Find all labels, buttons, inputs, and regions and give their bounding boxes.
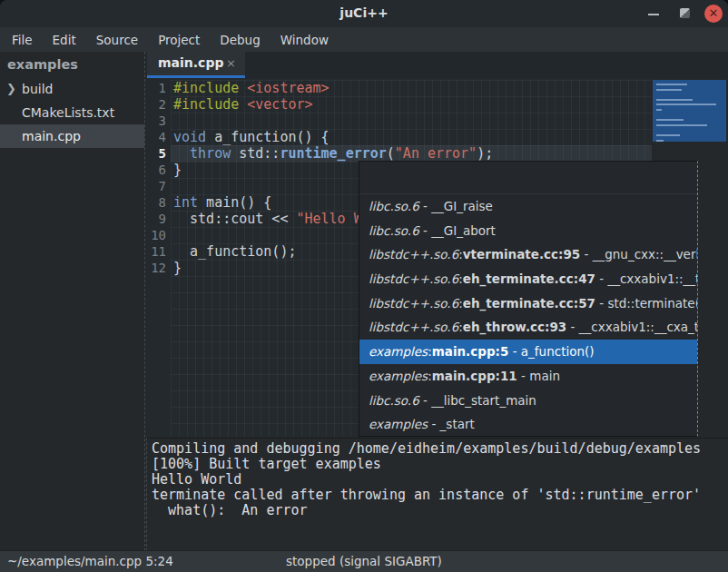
code-line-text: a_function(); [171,243,296,260]
minimap-code-line [656,104,716,105]
code-token: } [173,162,182,178]
line-number: 4 [146,129,171,145]
minimap-code-line [656,140,664,142]
code-token: runtime_error [280,145,386,162]
tree-item-build[interactable]: ❯build [0,77,144,101]
menu-item-debug[interactable]: Debug [210,29,270,51]
line-number: 10 [146,227,171,243]
tab-close-icon[interactable]: × [226,56,236,70]
backtrace-location: main.cpp:5 [432,344,509,359]
code-token: a_function() { [206,129,329,145]
code-line[interactable]: 4void a_function() { [146,129,652,145]
backtrace-separator: - [428,417,439,431]
code-line-text: #include <iostream> [171,80,330,96]
backtrace-location: eh_terminate.cc:57 [463,296,595,311]
backtrace-location: main.cpp:11 [432,369,517,383]
minimize-button[interactable] [648,14,659,15]
minimap-code-line [656,99,693,101]
file-tree: ❯buildCMakeLists.txtmain.cpp [0,77,144,148]
minimap-code-line [656,89,682,91]
backtrace-item[interactable]: libstdc++.so.6:eh_terminate.cc:47 - __cx… [359,267,697,291]
tab-bar: main.cpp × [146,52,728,78]
menu-item-edit[interactable]: Edit [43,29,86,51]
code-token: main() { [198,194,271,211]
backtrace-library: libstdc++.so.6 [369,247,458,261]
backtrace-item[interactable]: examples:main.cpp:5 - a_function() [359,340,697,364]
code-token: ( [387,145,395,162]
line-number: 5 [146,145,171,162]
backtrace-popup-header [359,162,697,194]
tree-item-label: CMakeLists.txt [22,105,114,120]
chevron-right-icon[interactable]: ❯ [6,77,16,101]
backtrace-separator: - [517,369,529,383]
backtrace-list: libc.so.6 - __GI_raiselibc.so.6 - __GI_a… [359,194,697,437]
tab-main-cpp[interactable]: main.cpp × [147,52,245,78]
backtrace-function: __libc_start_main [431,393,536,408]
restore-button[interactable] [680,8,690,18]
backtrace-library: libc.so.6 [369,223,419,238]
status-bar: ~/examples/main.cpp 5:24 stopped (signal… [0,550,728,572]
terminal-line: Compiling and debugging /home/eidheim/ex… [152,441,728,457]
backtrace-function: __GI_raise [431,199,493,213]
code-token: int [173,194,198,211]
code-token: "Hello W [296,211,361,227]
backtrace-popup: libc.so.6 - __GI_raiselibc.so.6 - __GI_a… [359,161,698,437]
tree-item-cmakelists-txt[interactable]: CMakeLists.txt [0,101,144,124]
titlebar[interactable]: juCi++ ✕ [0,0,728,28]
tree-item-label: main.cpp [22,129,81,143]
backtrace-item[interactable]: examples - _start [359,412,697,437]
code-line-text [171,178,173,194]
code-line[interactable]: 1#include <iostream> [146,80,652,96]
backtrace-item[interactable]: libstdc++.so.6:eh_throw.cc:93 - __cxxabi… [359,315,697,340]
backtrace-item[interactable]: libstdc++.so.6:eh_terminate.cc:57 - std:… [359,291,697,316]
code-token: #include [173,80,247,96]
terminal-output[interactable]: Compiling and debugging /home/eidheim/ex… [146,438,728,551]
backtrace-location: eh_terminate.cc:47 [463,271,595,286]
code-line-text: } [171,162,182,178]
backtrace-location: vterminate.cc:95 [463,247,580,261]
menu-item-project[interactable]: Project [148,29,210,51]
code-line[interactable]: 3 [146,113,652,129]
tree-item-main-cpp[interactable]: main.cpp [0,124,144,148]
status-debug-state: stopped (signal SIGABRT) [286,554,442,568]
minimap-slider[interactable] [653,80,726,142]
menu-item-source[interactable]: Source [86,29,148,51]
backtrace-library: examples [369,369,428,383]
code-line-text: std::cout << "Hello W [171,211,362,227]
line-number: 7 [146,178,171,194]
backtrace-item[interactable]: libstdc++.so.6:vterminate.cc:95 - __gnu_… [359,242,697,267]
minimap-code-line [656,84,687,85]
terminal-line: [100%] Built target examples [152,457,728,472]
menu-item-window[interactable]: Window [271,29,339,51]
minimap-code-line [656,119,684,121]
line-number: 1 [146,80,171,96]
code-token: std::cout << [173,211,296,227]
backtrace-item[interactable]: libc.so.6 - __GI_abort [359,219,697,243]
terminal-line: Hello World [152,472,728,488]
code-token: std:: [231,145,280,162]
status-file-position: ~/examples/main.cpp 5:24 [7,554,173,568]
backtrace-library: examples [369,344,428,359]
backtrace-separator: - [580,247,592,261]
minimap-code-line [656,109,662,111]
terminal-line: terminate called after throwing an insta… [152,488,728,503]
backtrace-location: eh_throw.cc:93 [463,320,566,334]
code-line[interactable]: 2#include <vector> [146,96,652,113]
line-number: 2 [146,96,171,113]
code-token: throw [190,145,231,162]
terminal-line: what(): An error [152,503,728,518]
close-button[interactable]: ✕ [704,5,723,23]
backtrace-item[interactable]: libc.so.6 - __GI_raise [359,194,697,219]
line-number: 12 [146,260,171,276]
backtrace-library: libc.so.6 [369,199,419,213]
backtrace-separator: - [595,296,607,311]
code-line[interactable]: 5 throw std::runtime_error("An error"); [146,145,652,162]
backtrace-item[interactable]: libc.so.6 - __libc_start_main [359,389,697,413]
backtrace-library: libstdc++.so.6 [369,296,458,311]
line-number: 6 [146,162,171,178]
menu-item-file[interactable]: File [2,29,43,51]
code-token: } [173,260,182,276]
backtrace-item[interactable]: examples:main.cpp:11 - main [359,364,697,389]
backtrace-library: examples [369,417,428,431]
code-line-text: void a_function() { [171,129,330,145]
